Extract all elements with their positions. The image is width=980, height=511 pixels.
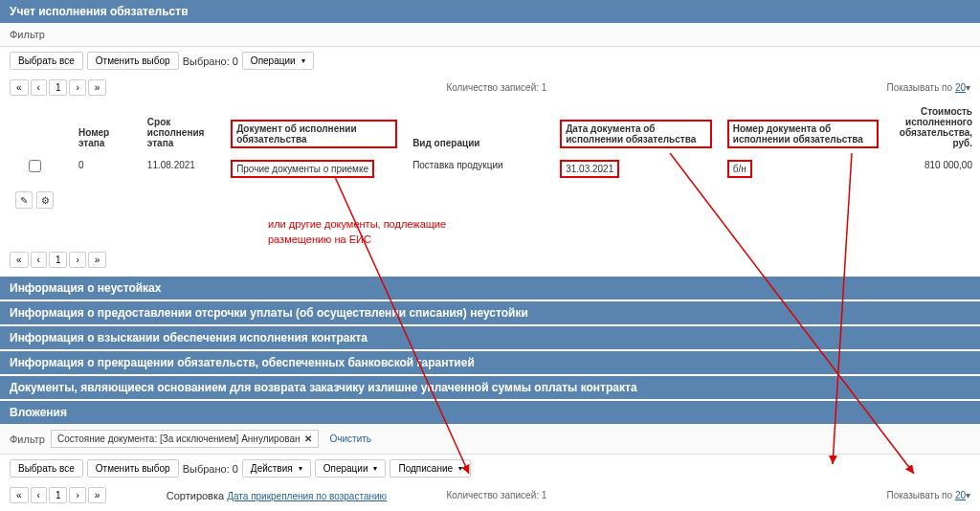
th-stage-num: Номер этапа (71, 100, 140, 154)
cell-cost: 810 000,00 (886, 154, 980, 184)
annotation-line1: или другие документы, подлежащие (0, 216, 980, 232)
pager-top: « ‹ 1 › » (10, 79, 106, 96)
pager-last[interactable]: » (88, 487, 107, 503)
sort-link[interactable]: Дата прикрепления по возрастанию (227, 491, 387, 501)
pager-page-1[interactable]: 1 (49, 252, 68, 268)
show-count-link[interactable]: 20 (955, 490, 966, 500)
pager-first[interactable]: « (10, 79, 29, 96)
edit-icon[interactable]: ✎ (15, 191, 33, 209)
pager-next[interactable]: › (69, 79, 85, 96)
th-op-type: Вид операции (405, 100, 552, 154)
signing-dropdown[interactable]: Подписание (390, 459, 471, 478)
cell-op-type: Поставка продукции (405, 154, 552, 184)
show-per-page-att: Показывать по 20▾ (886, 490, 970, 500)
section-header-attachments: Вложения (0, 401, 980, 424)
pager-bar-1: « ‹ 1 › » Количество записей: 1 Показыва… (0, 75, 980, 100)
actions-dropdown[interactable]: Действия (242, 459, 311, 478)
cell-stage-num: 0 (71, 154, 140, 184)
pager-next[interactable]: › (69, 252, 85, 268)
table-row: 0 11.08.2021 Прочие документы о приемке … (0, 154, 980, 184)
selected-count: Выбрано: 0 (183, 463, 238, 475)
show-count-link[interactable]: 20 (955, 82, 966, 93)
pager-first[interactable]: « (10, 487, 29, 503)
th-doc-date: Дата документа об исполнении обязательст… (552, 100, 720, 154)
section-header-collection[interactable]: Информация о взыскании обеспечения испол… (0, 326, 980, 349)
pager-prev[interactable]: ‹ (31, 252, 47, 268)
pager-page-1[interactable]: 1 (49, 79, 68, 96)
sort-bar: « ‹ 1 › » Сортировка Дата прикрепления п… (0, 482, 980, 508)
section-header-obligations: Учет исполнения обязательств (0, 0, 980, 23)
pager-bar-bottom-1: « ‹ 1 › » (0, 247, 980, 273)
deselect-all-button[interactable]: Отменить выбор (87, 52, 179, 70)
record-count-att: Количество записей: 1 (446, 490, 546, 500)
th-cost: Стоимость исполненного обязательства, ру… (886, 100, 980, 154)
chip-remove-icon[interactable]: ✕ (304, 433, 312, 444)
pager-first[interactable]: « (10, 252, 29, 268)
th-stage-date: Срок исполнения этапа (140, 100, 223, 154)
filter-chip-state[interactable]: Состояние документа: [За исключением] Ан… (51, 430, 319, 448)
th-doc-num: Номер документа об исполнении обязательс… (720, 100, 887, 154)
toolbar-attachments: Выбрать все Отменить выбор Выбрано: 0 Де… (0, 455, 980, 482)
pager-page-1[interactable]: 1 (49, 487, 68, 503)
cell-doc-date: 31.03.2021 (552, 154, 720, 184)
section-header-termination[interactable]: Информация о прекращении обязательств, о… (0, 351, 980, 374)
show-per-page: Показывать по 20▾ (886, 82, 970, 93)
toolbar-1: Выбрать все Отменить выбор Выбрано: 0 Оп… (0, 47, 980, 75)
pager-prev[interactable]: ‹ (31, 487, 47, 503)
cell-doc-num: б/н (720, 154, 887, 184)
section-header-deferral[interactable]: Информация о предоставлении отсрочки упл… (0, 301, 980, 324)
row-checkbox[interactable] (29, 160, 41, 172)
filter-label: Фильтр (10, 29, 45, 40)
select-all-button[interactable]: Выбрать все (10, 459, 83, 478)
pager-att-top: « ‹ 1 › » (10, 487, 106, 503)
section-header-refund[interactable]: Документы, являющиеся основанием для воз… (0, 376, 980, 399)
pager-last[interactable]: » (88, 252, 107, 268)
clear-filter-link[interactable]: Очистить (330, 433, 372, 444)
pager-last[interactable]: » (88, 79, 107, 96)
filter-label: Фильтр (10, 433, 45, 445)
th-doc-exec: Документ об исполнении обязательства (223, 100, 405, 154)
record-count: Количество записей: 1 (446, 82, 546, 93)
section-header-penalty[interactable]: Информация о неустойках (0, 277, 980, 300)
obligations-table: Номер этапа Срок исполнения этапа Докуме… (0, 100, 980, 216)
cell-stage-date: 11.08.2021 (140, 154, 223, 184)
gear-icon[interactable]: ⚙ (36, 191, 54, 209)
filter-bar-1: Фильтр (0, 23, 980, 47)
sort-label: Сортировка (167, 490, 224, 501)
cell-doc-exec: Прочие документы о приемке (223, 154, 405, 184)
pager-prev[interactable]: ‹ (31, 79, 47, 96)
pager-next[interactable]: › (69, 487, 85, 503)
operations-dropdown[interactable]: Операции (242, 52, 314, 70)
select-all-button[interactable]: Выбрать все (10, 52, 83, 70)
filter-bar-attachments: Фильтр Состояние документа: [За исключен… (0, 424, 980, 455)
annotation-line2: размещению на ЕИС (0, 232, 980, 247)
operations-dropdown[interactable]: Операции (315, 459, 387, 478)
pager-bottom: « ‹ 1 › » (10, 252, 106, 268)
deselect-all-button[interactable]: Отменить выбор (87, 459, 179, 478)
selected-count: Выбрано: 0 (183, 56, 238, 67)
